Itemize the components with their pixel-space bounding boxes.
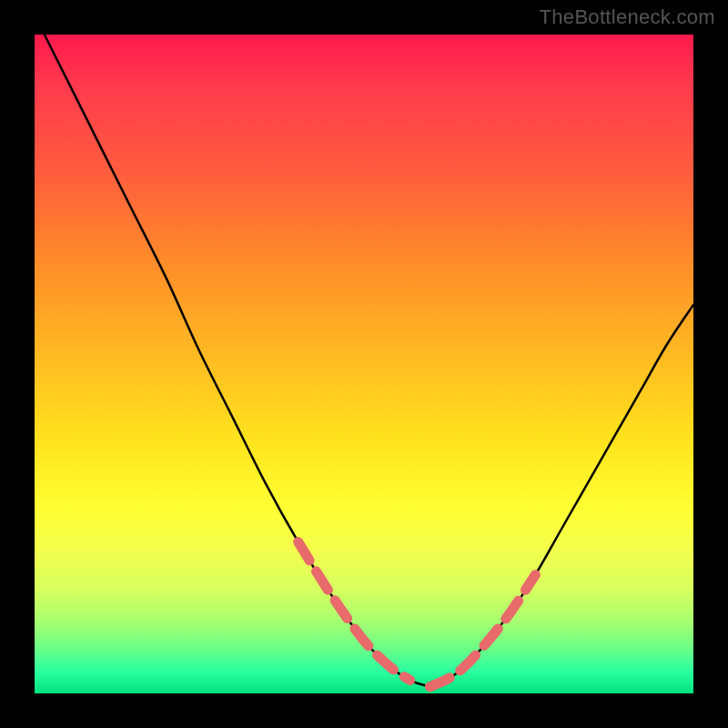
plot-area — [35, 35, 693, 693]
watermark-label: TheBottleneck.com — [540, 5, 715, 29]
chart-frame: TheBottleneck.com — [0, 0, 728, 728]
right-highlight — [430, 575, 535, 687]
left-curve — [41, 28, 430, 687]
right-curve — [430, 305, 693, 687]
left-highlight — [298, 541, 410, 680]
curve-layer — [35, 35, 693, 693]
